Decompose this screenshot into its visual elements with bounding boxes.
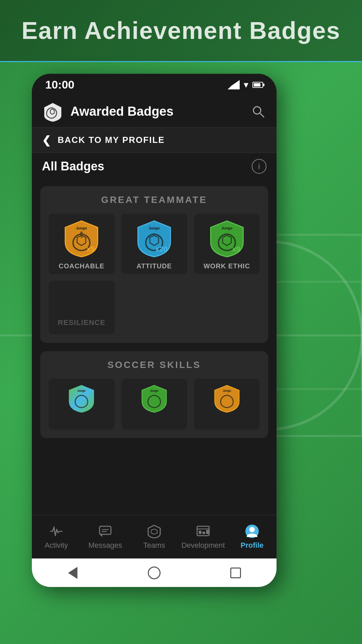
svg-line-7 [260,113,264,117]
svg-text:x9: x9 [232,245,240,253]
badge-label-attitude: ATTITUDE [136,262,172,270]
svg-text:Jungo: Jungo [223,389,231,392]
header-left: Awarded Badges [42,101,174,122]
top-banner-text: Earn Achievement Badges [21,17,341,44]
svg-rect-24 [199,531,201,534]
badge-label-work-ethic: WORK ETHIC [203,262,250,270]
badge-shield-attitude: Jungo x20 [136,219,173,259]
android-back-button[interactable] [64,565,81,581]
top-banner: Earn Achievement Badges [0,0,362,62]
wifi-icon: ▾ [244,79,248,90]
status-bar: 10:00 ▾ [32,74,277,96]
activity-icon [49,524,63,538]
app-title: Awarded Badges [70,104,174,119]
svg-rect-19 [100,526,111,534]
svg-text:x20: x20 [155,245,168,253]
android-back-icon [68,567,77,579]
svg-text:Jungo: Jungo [77,389,86,392]
badge-skill-2[interactable]: Jungo [121,379,187,430]
svg-text:Jungo: Jungo [148,226,160,230]
svg-point-28 [249,527,255,532]
info-button[interactable]: i [252,159,266,174]
android-nav-bar [32,558,277,587]
phone-mockup: 10:00 ▾ Awarded Badges [32,74,277,587]
android-recents-button[interactable] [227,565,244,581]
search-button[interactable] [250,103,266,120]
nav-item-profile[interactable]: Profile [228,521,277,553]
android-home-icon [148,567,161,579]
badge-shield-skill-1: Jungo [63,384,100,424]
nav-label-activity: Activity [45,541,68,550]
badges-scroll-area[interactable]: GREAT TEAMMATE Jungo [32,179,277,515]
badge-skill-3[interactable]: Jungo [194,379,260,430]
badge-label-resilience: RESILIENCE [58,318,105,330]
nav-item-activity[interactable]: Activity [32,521,81,553]
badge-shield-skill-2: Jungo [136,384,173,424]
messages-icon [98,524,112,538]
signal-icon [228,80,240,90]
badge-coachable[interactable]: Jungo x5 COACHABLE [49,214,115,274]
nav-item-development[interactable]: Development [179,521,228,553]
badge-grid-great-teammate: Jungo x5 COACHABLE [49,214,260,334]
badge-group-soccer-skills: SOCCER SKILLS [40,351,268,438]
badge-shield-skill-3: Jungo [208,384,245,424]
back-nav-label: BACK TO MY PROFILE [58,135,165,145]
badges-section-title: All Badges [42,159,104,173]
back-to-profile-button[interactable]: ❮ BACK TO MY PROFILE [32,127,277,153]
svg-text:Jungo: Jungo [150,389,159,392]
badge-work-ethic[interactable]: Jungo x9 WORK ETHIC [194,214,260,274]
nav-label-profile: Profile [241,541,263,550]
svg-text:Jungo: Jungo [221,226,232,230]
badge-resilience[interactable]: RESILIENCE [49,281,115,334]
teams-icon [147,524,161,538]
status-icons: ▾ [228,79,263,90]
badges-section-header: All Badges i [32,153,277,179]
badge-shield-work-ethic: Jungo x9 [208,219,245,259]
battery-icon [252,82,263,88]
badge-group-title-soccer-skills: SOCCER SKILLS [49,360,260,370]
badge-shield-coachable: Jungo x5 [63,219,100,259]
badge-group-title-great-teammate: GREAT TEAMMATE [49,195,260,205]
nav-item-teams[interactable]: Teams [130,521,179,553]
bottom-navigation: Activity Messages Teams [32,515,277,558]
nav-item-messages[interactable]: Messages [81,521,130,553]
badge-label-coachable: COACHABLE [59,262,105,270]
svg-text:x5: x5 [87,245,95,253]
badge-skill-1[interactable]: Jungo [49,379,115,430]
badge-grid-soccer-skills: Jungo Jungo [49,379,260,430]
nav-label-messages: Messages [88,541,122,550]
app-logo-icon [42,101,64,122]
badge-group-great-teammate: GREAT TEAMMATE Jungo [40,186,268,343]
back-arrow-icon: ❮ [42,134,51,147]
android-recents-icon [230,568,241,578]
nav-label-development: Development [181,541,225,550]
svg-rect-25 [202,532,205,534]
android-home-button[interactable] [146,565,163,581]
svg-rect-26 [206,530,209,534]
svg-text:Jungo: Jungo [76,226,87,230]
status-time: 10:00 [45,78,74,91]
profile-icon [245,524,259,538]
app-header: Awarded Badges [32,96,277,127]
development-icon [196,524,210,538]
nav-label-teams: Teams [143,541,165,550]
badge-attitude[interactable]: Jungo x20 ATTITUDE [121,214,187,274]
